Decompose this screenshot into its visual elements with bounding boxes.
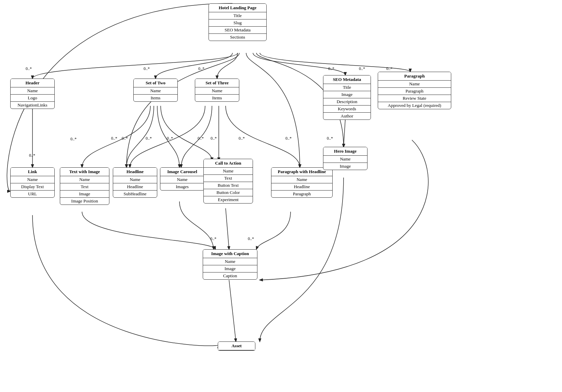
asset-title: Asset xyxy=(218,342,255,350)
mult-11: 0..* xyxy=(146,136,152,141)
call-to-action-box: Call to Action Name Text Button Text But… xyxy=(203,159,253,204)
seo-metadata-box: SEO Metadata Title Image Description Key… xyxy=(323,75,371,120)
headline-box: Headline Name Headline SubHeadline xyxy=(113,167,157,198)
iwc-caption: Caption xyxy=(203,272,257,279)
link-displaytext: Display Text xyxy=(11,183,54,191)
mult-9: 0..* xyxy=(111,136,117,141)
field-sections: Sections xyxy=(209,34,266,41)
link-title: Link xyxy=(11,168,54,176)
mult-6: 0..* xyxy=(386,66,392,71)
hl-name: Name xyxy=(113,176,157,183)
mult-18: 0..* xyxy=(210,236,216,241)
link-name: Name xyxy=(11,176,54,183)
link-url: URL xyxy=(11,191,54,197)
iwc-name: Name xyxy=(203,258,257,265)
ic-images: Images xyxy=(160,183,204,190)
hero-title: Hero Image xyxy=(323,147,367,156)
mult-1: 0..* xyxy=(26,66,32,71)
cta-experiment: Experiment xyxy=(204,196,253,203)
soth-items: Items xyxy=(195,95,239,101)
text-with-image-title: Text with Image xyxy=(60,168,109,176)
mult-14: 0..* xyxy=(211,136,217,141)
mult-12: 0..* xyxy=(167,136,173,141)
cta-text: Text xyxy=(204,175,253,182)
cta-buttoncolor: Button Color xyxy=(204,189,253,196)
header-title: Header xyxy=(11,79,54,87)
text-with-image-box: Text with Image Name Text Image Image Po… xyxy=(60,167,109,205)
pwh-paragraph: Paragraph xyxy=(271,191,332,197)
twi-name: Name xyxy=(60,176,109,183)
header-box: Header Name Logo NavigationLinks xyxy=(10,79,55,109)
diagram-container: Hotel Landing Page Title Slug SEO Metada… xyxy=(0,0,562,392)
ic-name: Name xyxy=(160,176,204,183)
paragraph-box: Paragraph Name Paragraph Review State Ap… xyxy=(378,72,451,109)
hotel-landing-page-box: Hotel Landing Page Title Slug SEO Metada… xyxy=(209,3,267,41)
seo-image: Image xyxy=(323,91,371,98)
twi-image: Image xyxy=(60,191,109,198)
mult-15: 0..* xyxy=(239,136,245,141)
set-of-two-box: Set of Two Name Items xyxy=(133,79,178,102)
iwc-title: Image with Caption xyxy=(203,250,257,258)
mult-7: 0..* xyxy=(29,153,35,158)
image-with-caption-box: Image with Caption Name Image Caption xyxy=(203,249,257,280)
twi-imageposition: Image Position xyxy=(60,198,109,205)
sot-items: Items xyxy=(134,95,177,101)
mult-5: 0..* xyxy=(359,66,365,71)
hero-image: Image xyxy=(323,163,367,170)
mult-13: 0..* xyxy=(198,136,204,141)
iwc-image: Image xyxy=(203,265,257,272)
seo-keywords: Keywords xyxy=(323,106,371,113)
para-approved: Approved by Legal (required) xyxy=(378,102,451,109)
cta-name: Name xyxy=(204,168,253,175)
set-of-three-box: Set of Three Name Items xyxy=(195,79,239,102)
seo-author: Author xyxy=(323,113,371,120)
hero-name: Name xyxy=(323,156,367,163)
mult-4: 0..* xyxy=(328,66,334,71)
hero-image-box: Hero Image Name Image xyxy=(323,147,367,170)
soth-name: Name xyxy=(195,87,239,95)
hotel-landing-page-title: Hotel Landing Page xyxy=(209,4,266,12)
para-reviewstate: Review State xyxy=(378,95,451,102)
seo-description: Description xyxy=(323,98,371,106)
sot-name: Name xyxy=(134,87,177,95)
header-name: Name xyxy=(11,87,54,95)
mult-2: 0..* xyxy=(144,66,150,71)
field-title: Title xyxy=(209,12,266,19)
mult-3: 0..* xyxy=(198,66,204,71)
mult-19: 0..* xyxy=(248,236,254,241)
cta-buttontext: Button Text xyxy=(204,182,253,189)
paragraph-with-headline-box: Paragraph with Headline Name Headline Pa… xyxy=(271,167,333,198)
field-seo: SEO Metadata xyxy=(209,27,266,34)
image-carousel-title: Image Carousel xyxy=(160,168,204,176)
header-logo: Logo xyxy=(11,95,54,102)
twi-text: Text xyxy=(60,183,109,191)
para-name: Name xyxy=(378,81,451,88)
set-of-three-title: Set of Three xyxy=(195,79,239,87)
mult-16: 0..* xyxy=(285,136,292,141)
mult-8: 0..* xyxy=(70,137,77,142)
headline-title: Headline xyxy=(113,168,157,176)
paragraph-title: Paragraph xyxy=(378,72,451,81)
seo-title-f: Title xyxy=(323,84,371,91)
mult-17: 0..* xyxy=(327,136,333,141)
hl-headline: Headline xyxy=(113,183,157,191)
header-navlinks: NavigationLinks xyxy=(11,102,54,109)
field-slug: Slug xyxy=(209,19,266,27)
pwh-name: Name xyxy=(271,176,332,183)
pwh-headline: Headline xyxy=(271,183,332,191)
image-carousel-box: Image Carousel Name Images xyxy=(160,167,204,191)
seo-title: SEO Metadata xyxy=(323,75,371,84)
hl-subheadline: SubHeadline xyxy=(113,191,157,197)
link-box: Link Name Display Text URL xyxy=(10,167,55,198)
para-paragraph: Paragraph xyxy=(378,88,451,95)
set-of-two-title: Set of Two xyxy=(134,79,177,87)
asset-box: Asset xyxy=(218,341,255,351)
cta-title: Call to Action xyxy=(204,159,253,168)
mult-10: 0..* xyxy=(122,136,128,141)
